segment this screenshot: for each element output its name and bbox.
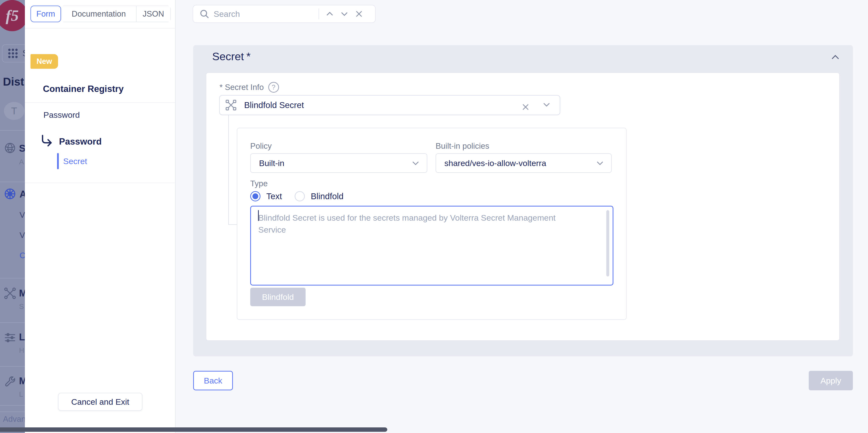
secret-info-row: * Secret Info ?	[219, 82, 279, 93]
nav-link-2[interactable]: V	[20, 230, 25, 240]
nav-item-sites-sub: A	[19, 158, 24, 166]
type-label: Type	[250, 179, 268, 188]
search-icon	[199, 8, 210, 19]
policy-label: Policy	[250, 142, 272, 151]
grid-icon	[8, 47, 18, 60]
close-icon	[355, 10, 363, 18]
wrench-icon	[4, 375, 16, 388]
builtin-policies-select[interactable]: shared/ves-io-allow-volterra	[436, 153, 612, 173]
policy-select[interactable]: Built-in	[250, 153, 427, 173]
horizontal-scrollbar-thumb[interactable]	[0, 427, 387, 432]
service-heading: Dist	[3, 75, 24, 88]
secret-info-select[interactable]: Blindfold Secret	[219, 95, 560, 115]
radio-unselected-icon	[294, 191, 305, 202]
divider	[0, 366, 25, 367]
apply-button[interactable]: Apply	[809, 371, 853, 390]
back-button[interactable]: Back	[193, 371, 233, 390]
nav-item-applications[interactable]: A	[20, 189, 25, 200]
chevron-down-icon	[411, 159, 420, 167]
collapse-section-chevron-up-icon[interactable]	[830, 52, 840, 62]
type-radio-group: Text Blindfold	[250, 191, 343, 202]
required-asterisk: *	[246, 50, 251, 63]
active-indicator-bar	[57, 153, 59, 169]
tree-item-secret-label: Secret	[63, 157, 87, 166]
secret-info-select-value: Blindfold Secret	[244, 100, 304, 110]
nav-item-mesh-sub: S	[19, 302, 24, 311]
mesh-icon	[4, 287, 16, 300]
radio-selected-icon	[250, 191, 260, 202]
radio-text-label: Text	[266, 191, 282, 201]
search-input[interactable]	[214, 9, 318, 19]
section-title-text: Secret	[212, 50, 244, 63]
namespace-avatar[interactable]: T	[4, 102, 24, 120]
builtin-policies-select-value: shared/ves-io-allow-volterra	[444, 158, 546, 168]
load-balancer-icon	[4, 332, 16, 344]
divider	[318, 8, 319, 19]
nesting-connector-line	[228, 224, 237, 225]
divider	[0, 130, 25, 131]
divider	[25, 183, 175, 183]
cancel-and-exit-button[interactable]: Cancel and Exit	[58, 393, 143, 411]
text-caret	[258, 210, 259, 221]
tab-documentation[interactable]: Documentation	[61, 6, 136, 22]
chevron-down-icon	[340, 9, 349, 18]
divider	[0, 278, 25, 278]
nesting-connector-line	[228, 115, 229, 225]
shuffle-icon	[225, 99, 237, 111]
nav-item-manage-sub: L	[19, 390, 23, 398]
textarea-scrollbar-thumb[interactable]	[606, 210, 609, 276]
nav-item-sites[interactable]: S	[19, 143, 25, 154]
form-side-panel: Form Documentation JSON New Container Re…	[25, 0, 176, 433]
kubernetes-icon	[4, 188, 16, 200]
left-nav-rail: f5 S Dist T S A	[0, 0, 25, 433]
divider	[0, 411, 25, 412]
divider	[0, 182, 25, 182]
divider	[25, 28, 175, 29]
radio-blindfold-label: Blindfold	[311, 191, 343, 201]
nav-item-manage[interactable]: M	[19, 375, 25, 386]
close-icon	[521, 103, 530, 111]
nav-item-load-balancers[interactable]: L	[19, 332, 25, 343]
secret-value-textarea[interactable]	[250, 206, 613, 285]
f5-logo-text: f5	[6, 7, 19, 25]
builtin-policies-label: Built-in policies	[436, 142, 489, 151]
new-badge: New	[30, 54, 58, 69]
secret-section-title: Secret *	[212, 50, 251, 63]
secret-select-clear-button[interactable]	[518, 100, 533, 114]
radio-option-text[interactable]: Text	[250, 191, 282, 202]
search-prev-button[interactable]	[322, 7, 337, 21]
nav-item-lb-sub: H	[19, 346, 24, 354]
secret-select-chevron[interactable]	[542, 100, 551, 110]
search-next-button[interactable]	[337, 7, 352, 21]
radio-option-blindfold[interactable]: Blindfold	[294, 191, 343, 202]
nav-item-mesh[interactable]: M	[19, 288, 25, 299]
advanced-nav-label[interactable]: Advan	[3, 414, 25, 424]
policy-select-value: Built-in	[259, 158, 284, 168]
app-switcher-label: S	[23, 48, 25, 59]
nav-link-container-registries[interactable]: C	[20, 251, 25, 260]
app-switcher-button[interactable]: S	[2, 44, 25, 62]
tab-form[interactable]: Form	[30, 6, 61, 22]
f5-logo[interactable]: f5	[0, 0, 25, 31]
help-icon[interactable]: ?	[268, 82, 279, 93]
globe-icon	[4, 143, 16, 154]
app-root: f5 S Dist T S A	[0, 0, 868, 433]
divider	[0, 405, 25, 406]
blindfold-button[interactable]: Blindfold	[250, 288, 306, 306]
divider	[0, 322, 25, 323]
chevron-down-icon	[596, 159, 604, 167]
chevron-down-icon	[542, 100, 551, 109]
tree-item-secret[interactable]: Secret	[57, 153, 87, 169]
nav-link-1[interactable]: V	[20, 210, 25, 220]
tree-item-password-group[interactable]: Password	[43, 110, 80, 120]
tab-group: Documentation JSON	[61, 6, 171, 22]
divider	[25, 102, 175, 103]
panel-title: Container Registry	[43, 84, 124, 94]
search-clear-button[interactable]	[352, 7, 366, 21]
corner-down-right-arrow-icon	[39, 133, 54, 148]
tab-json[interactable]: JSON	[136, 6, 170, 22]
search-bar	[193, 5, 376, 23]
chevron-up-icon	[326, 9, 334, 18]
tree-item-password-active[interactable]: Password	[59, 136, 102, 147]
secret-info-label: * Secret Info	[219, 83, 264, 92]
